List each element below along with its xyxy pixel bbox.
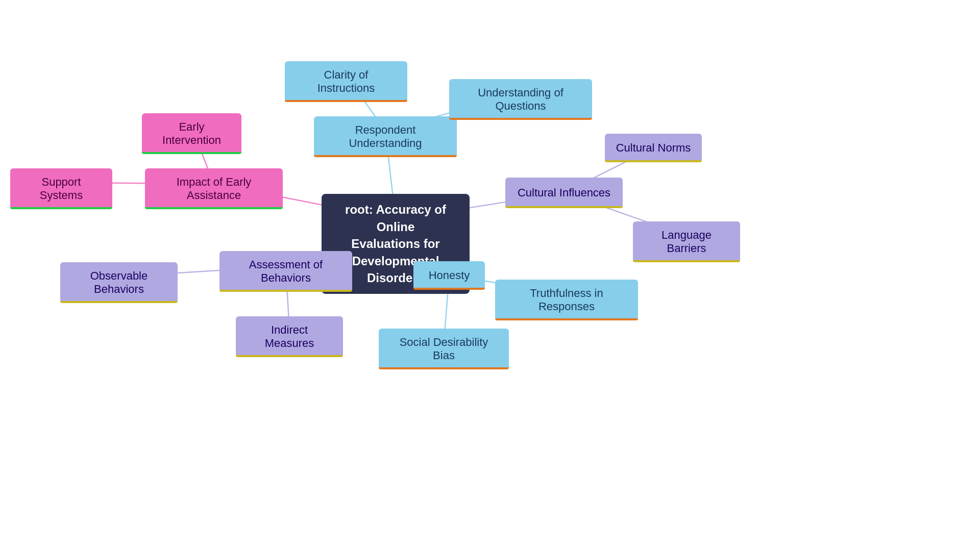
node-indirect[interactable]: Indirect Measures (236, 316, 343, 357)
node-underline-impact (145, 207, 283, 209)
node-label-cultural_influences: Cultural Influences (518, 186, 610, 199)
node-underline-truthfulness (495, 318, 638, 320)
node-label-early_intervention: Early Intervention (152, 120, 231, 147)
node-label-honesty: Honesty (429, 269, 470, 282)
node-label-social_bias: Social Desirability Bias (389, 336, 499, 362)
node-assessment[interactable]: Assessment of Behaviors (219, 251, 352, 292)
node-underline-support (10, 207, 112, 209)
node-label-assessment: Assessment of Behaviors (230, 258, 342, 285)
node-impact[interactable]: Impact of Early Assistance (145, 168, 283, 209)
node-respondent[interactable]: Respondent Understanding (314, 116, 457, 157)
node-label-impact: Impact of Early Assistance (155, 176, 273, 202)
node-label-clarity: Clarity of Instructions (295, 68, 397, 95)
node-support[interactable]: Support Systems (10, 168, 112, 209)
node-underline-understanding (449, 118, 592, 120)
node-truthfulness[interactable]: Truthfulness in Responses (495, 280, 638, 320)
node-underline-honesty (413, 288, 485, 290)
node-understanding[interactable]: Understanding of Questions (449, 79, 592, 120)
node-underline-cultural_influences (505, 206, 623, 208)
node-label-respondent: Respondent Understanding (324, 123, 447, 150)
node-label-understanding: Understanding of Questions (459, 86, 582, 113)
node-clarity[interactable]: Clarity of Instructions (285, 61, 407, 102)
node-label-truthfulness: Truthfulness in Responses (505, 287, 628, 313)
node-honesty[interactable]: Honesty (413, 261, 485, 290)
node-early_intervention[interactable]: Early Intervention (142, 113, 241, 154)
node-underline-assessment (219, 290, 352, 292)
node-underline-clarity (285, 100, 407, 102)
node-social_bias[interactable]: Social Desirability Bias (379, 329, 509, 369)
node-language_barriers[interactable]: Language Barriers (633, 221, 740, 262)
node-underline-observable (60, 301, 178, 303)
node-cultural_influences[interactable]: Cultural Influences (505, 178, 623, 208)
node-underline-social_bias (379, 367, 509, 369)
node-underline-early_intervention (142, 152, 241, 154)
node-label-cultural_norms: Cultural Norms (616, 141, 691, 155)
mindmap-canvas: root: Accuracy of Online Evaluations for… (0, 0, 980, 551)
node-observable[interactable]: Observable Behaviors (60, 262, 178, 303)
node-label-language_barriers: Language Barriers (643, 229, 730, 255)
node-underline-language_barriers (633, 260, 740, 262)
node-underline-respondent (314, 155, 457, 157)
node-label-support: Support Systems (20, 176, 102, 202)
node-underline-indirect (236, 355, 343, 357)
node-label-indirect: Indirect Measures (246, 323, 333, 350)
node-cultural_norms[interactable]: Cultural Norms (605, 134, 702, 162)
node-underline-cultural_norms (605, 160, 702, 162)
node-label-observable: Observable Behaviors (70, 269, 167, 296)
